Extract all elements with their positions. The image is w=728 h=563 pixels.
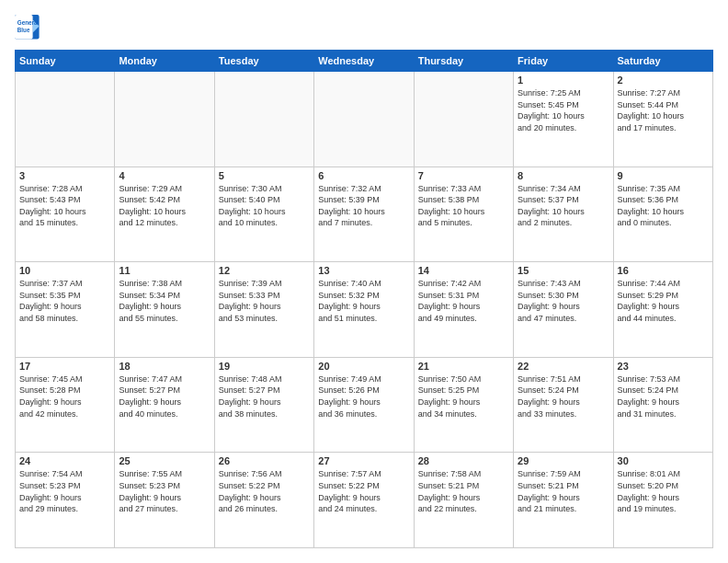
day-number: 5 — [219, 170, 310, 181]
day-number: 29 — [518, 455, 609, 466]
day-info: Sunrise: 7:47 AM Sunset: 5:27 PM Dayligh… — [119, 373, 210, 419]
day-info: Sunrise: 7:29 AM Sunset: 5:42 PM Dayligh… — [119, 183, 210, 229]
day-number: 25 — [119, 455, 210, 466]
day-cell: 21Sunrise: 7:50 AM Sunset: 5:25 PM Dayli… — [414, 357, 513, 453]
day-number: 1 — [518, 75, 609, 86]
header: General Blue — [15, 15, 713, 40]
day-cell: 17Sunrise: 7:45 AM Sunset: 5:28 PM Dayli… — [16, 357, 115, 453]
day-info: Sunrise: 7:53 AM Sunset: 5:24 PM Dayligh… — [618, 373, 709, 419]
day-number: 24 — [19, 455, 110, 466]
weekday-header-monday: Monday — [115, 51, 214, 72]
day-info: Sunrise: 7:58 AM Sunset: 5:21 PM Dayligh… — [418, 468, 509, 514]
week-row-1: 1Sunrise: 7:25 AM Sunset: 5:45 PM Daylig… — [16, 72, 713, 167]
day-cell: 16Sunrise: 7:44 AM Sunset: 5:29 PM Dayli… — [613, 262, 712, 358]
day-number: 18 — [119, 361, 210, 372]
calendar-body: 1Sunrise: 7:25 AM Sunset: 5:45 PM Daylig… — [16, 72, 713, 548]
day-info: Sunrise: 7:51 AM Sunset: 5:24 PM Dayligh… — [518, 373, 609, 419]
logo: General Blue — [15, 15, 40, 40]
day-cell — [214, 72, 313, 167]
day-info: Sunrise: 7:32 AM Sunset: 5:39 PM Dayligh… — [318, 183, 409, 229]
weekday-header-saturday: Saturday — [613, 51, 712, 72]
day-info: Sunrise: 7:35 AM Sunset: 5:36 PM Dayligh… — [618, 183, 709, 229]
week-row-3: 10Sunrise: 7:37 AM Sunset: 5:35 PM Dayli… — [16, 262, 713, 358]
day-info: Sunrise: 7:33 AM Sunset: 5:38 PM Dayligh… — [418, 183, 509, 229]
day-cell: 1Sunrise: 7:25 AM Sunset: 5:45 PM Daylig… — [514, 72, 613, 167]
day-cell: 5Sunrise: 7:30 AM Sunset: 5:40 PM Daylig… — [214, 167, 313, 262]
day-info: Sunrise: 7:54 AM Sunset: 5:23 PM Dayligh… — [19, 468, 110, 514]
week-row-2: 3Sunrise: 7:28 AM Sunset: 5:43 PM Daylig… — [16, 167, 713, 262]
day-number: 8 — [518, 170, 609, 181]
day-number: 23 — [618, 361, 709, 372]
weekday-header-row: SundayMondayTuesdayWednesdayThursdayFrid… — [16, 51, 713, 72]
day-cell: 8Sunrise: 7:34 AM Sunset: 5:37 PM Daylig… — [514, 167, 613, 262]
day-info: Sunrise: 7:45 AM Sunset: 5:28 PM Dayligh… — [19, 373, 110, 419]
day-number: 21 — [418, 361, 509, 372]
day-number: 26 — [219, 455, 310, 466]
day-cell — [314, 72, 414, 167]
day-cell: 19Sunrise: 7:48 AM Sunset: 5:27 PM Dayli… — [214, 357, 313, 453]
page: General Blue SundayMondayTuesdayWednesda… — [0, 0, 728, 563]
weekday-header-sunday: Sunday — [16, 51, 115, 72]
day-cell — [16, 72, 115, 167]
day-cell: 7Sunrise: 7:33 AM Sunset: 5:38 PM Daylig… — [414, 167, 513, 262]
day-info: Sunrise: 7:28 AM Sunset: 5:43 PM Dayligh… — [19, 183, 110, 229]
day-number: 9 — [618, 170, 709, 181]
svg-text:Blue: Blue — [17, 27, 30, 33]
day-cell: 29Sunrise: 7:59 AM Sunset: 5:21 PM Dayli… — [514, 453, 613, 548]
day-number: 3 — [19, 170, 110, 181]
day-number: 12 — [219, 265, 310, 276]
day-cell: 9Sunrise: 7:35 AM Sunset: 5:36 PM Daylig… — [613, 167, 712, 262]
day-cell: 13Sunrise: 7:40 AM Sunset: 5:32 PM Dayli… — [314, 262, 414, 358]
day-number: 22 — [518, 361, 609, 372]
day-cell: 22Sunrise: 7:51 AM Sunset: 5:24 PM Dayli… — [514, 357, 613, 453]
weekday-header-wednesday: Wednesday — [314, 51, 414, 72]
general-blue-icon: General Blue — [15, 15, 40, 40]
day-info: Sunrise: 7:30 AM Sunset: 5:40 PM Dayligh… — [219, 183, 310, 229]
day-cell: 3Sunrise: 7:28 AM Sunset: 5:43 PM Daylig… — [16, 167, 115, 262]
day-number: 20 — [318, 361, 409, 372]
day-info: Sunrise: 7:37 AM Sunset: 5:35 PM Dayligh… — [19, 278, 110, 324]
day-info: Sunrise: 7:55 AM Sunset: 5:23 PM Dayligh… — [119, 468, 210, 514]
day-cell: 28Sunrise: 7:58 AM Sunset: 5:21 PM Dayli… — [414, 453, 513, 548]
weekday-header-friday: Friday — [514, 51, 613, 72]
weekday-header-tuesday: Tuesday — [214, 51, 313, 72]
day-info: Sunrise: 8:01 AM Sunset: 5:20 PM Dayligh… — [618, 468, 709, 514]
day-number: 15 — [518, 265, 609, 276]
day-cell: 18Sunrise: 7:47 AM Sunset: 5:27 PM Dayli… — [115, 357, 214, 453]
day-cell — [115, 72, 214, 167]
day-number: 28 — [418, 455, 509, 466]
day-info: Sunrise: 7:42 AM Sunset: 5:31 PM Dayligh… — [418, 278, 509, 324]
day-cell: 11Sunrise: 7:38 AM Sunset: 5:34 PM Dayli… — [115, 262, 214, 358]
day-number: 4 — [119, 170, 210, 181]
day-number: 11 — [119, 265, 210, 276]
day-number: 2 — [618, 75, 709, 86]
calendar-table: SundayMondayTuesdayWednesdayThursdayFrid… — [15, 50, 713, 548]
day-number: 6 — [318, 170, 409, 181]
day-number: 19 — [219, 361, 310, 372]
day-cell: 2Sunrise: 7:27 AM Sunset: 5:44 PM Daylig… — [613, 72, 712, 167]
week-row-5: 24Sunrise: 7:54 AM Sunset: 5:23 PM Dayli… — [16, 453, 713, 548]
day-cell: 26Sunrise: 7:56 AM Sunset: 5:22 PM Dayli… — [214, 453, 313, 548]
day-cell — [414, 72, 513, 167]
day-info: Sunrise: 7:59 AM Sunset: 5:21 PM Dayligh… — [518, 468, 609, 514]
day-number: 14 — [418, 265, 509, 276]
day-number: 16 — [618, 265, 709, 276]
day-cell: 20Sunrise: 7:49 AM Sunset: 5:26 PM Dayli… — [314, 357, 414, 453]
day-info: Sunrise: 7:50 AM Sunset: 5:25 PM Dayligh… — [418, 373, 509, 419]
day-cell: 23Sunrise: 7:53 AM Sunset: 5:24 PM Dayli… — [613, 357, 712, 453]
day-info: Sunrise: 7:44 AM Sunset: 5:29 PM Dayligh… — [618, 278, 709, 324]
day-number: 27 — [318, 455, 409, 466]
day-cell: 4Sunrise: 7:29 AM Sunset: 5:42 PM Daylig… — [115, 167, 214, 262]
day-cell: 6Sunrise: 7:32 AM Sunset: 5:39 PM Daylig… — [314, 167, 414, 262]
day-number: 13 — [318, 265, 409, 276]
day-cell: 14Sunrise: 7:42 AM Sunset: 5:31 PM Dayli… — [414, 262, 513, 358]
day-info: Sunrise: 7:39 AM Sunset: 5:33 PM Dayligh… — [219, 278, 310, 324]
day-cell: 12Sunrise: 7:39 AM Sunset: 5:33 PM Dayli… — [214, 262, 313, 358]
day-cell: 10Sunrise: 7:37 AM Sunset: 5:35 PM Dayli… — [16, 262, 115, 358]
day-info: Sunrise: 7:56 AM Sunset: 5:22 PM Dayligh… — [219, 468, 310, 514]
day-number: 7 — [418, 170, 509, 181]
svg-text:General: General — [17, 19, 40, 26]
day-number: 30 — [618, 455, 709, 466]
day-cell: 24Sunrise: 7:54 AM Sunset: 5:23 PM Dayli… — [16, 453, 115, 548]
day-cell: 30Sunrise: 8:01 AM Sunset: 5:20 PM Dayli… — [613, 453, 712, 548]
